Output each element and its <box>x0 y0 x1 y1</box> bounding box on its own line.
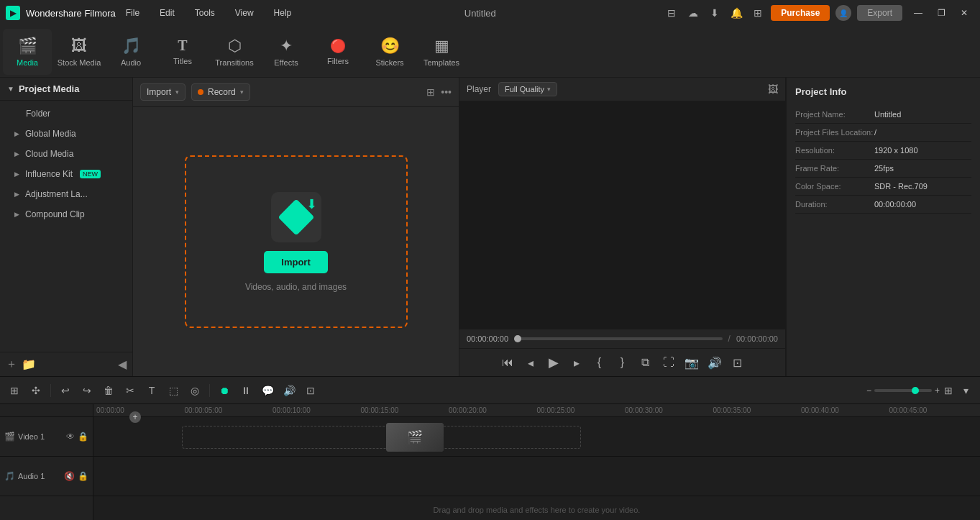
mark-out-icon[interactable]: } <box>613 353 632 372</box>
audio-detach-icon[interactable]: 🔊 <box>280 382 298 399</box>
mask-icon[interactable]: ◎ <box>186 382 203 399</box>
left-item-adjustment[interactable]: ▶ Adjustment La... <box>0 184 132 204</box>
toolbar-item-effects[interactable]: ✦ Effects <box>262 29 311 75</box>
import-button[interactable]: Import <box>264 251 327 273</box>
collapse-arrow-icon[interactable]: ▼ <box>7 85 14 93</box>
mark-in-icon[interactable]: { <box>590 353 609 372</box>
time-current: 00:00:00:00 <box>467 334 508 343</box>
toolbar-item-filters[interactable]: 🔴 Filters <box>313 29 362 75</box>
left-item-influence-kit[interactable]: ▶ Influence Kit NEW <box>0 164 132 184</box>
zoom-slider[interactable] <box>874 389 932 392</box>
volume-icon[interactable]: 🔊 <box>705 353 724 372</box>
ruler-mark-2: 00:00:10:00 <box>273 406 361 414</box>
more-icon[interactable]: ▾ <box>957 382 974 399</box>
win-maximize-button[interactable]: ❐ <box>931 6 951 20</box>
clip-split-icon[interactable]: ⧉ <box>636 353 655 372</box>
menu-edit[interactable]: Edit <box>155 5 179 21</box>
left-item-cloud-media[interactable]: ▶ Cloud Media <box>0 144 132 164</box>
toolbar-label-audio: Audio <box>121 58 141 67</box>
record-dropdown[interactable]: Record ▾ <box>191 83 250 101</box>
expand-arrow-icon: ▶ <box>14 170 19 178</box>
toolbar-item-audio[interactable]: 🎵 Audio <box>106 29 155 75</box>
window-controls: — ❐ ✕ <box>908 6 974 20</box>
purchase-button[interactable]: Purchase <box>771 5 830 21</box>
menu-view[interactable]: View <box>231 5 258 21</box>
scrubber-bar[interactable] <box>514 337 722 340</box>
info-row-name: Project Name: Untitled <box>795 106 971 124</box>
scrubber-thumb[interactable] <box>514 335 521 342</box>
info-value-resolution: 1920 x 1080 <box>874 146 918 155</box>
win-minimize-button[interactable]: — <box>908 6 928 20</box>
win-close-button[interactable]: ✕ <box>954 6 974 20</box>
toolbar-label-filters: Filters <box>327 57 349 65</box>
toolbar-item-stock-media[interactable]: 🖼 Stock Media <box>55 29 104 75</box>
toolbar-item-transitions[interactable]: ⬡ Transitions <box>210 29 259 75</box>
menu-file[interactable]: File <box>122 5 144 21</box>
video-clip[interactable]: 🎬 <box>386 423 444 452</box>
titlebar-right: ⊟ ☁ ⬇ 🔔 ⊞ Purchase 👤 Export — ❐ ✕ <box>664 5 974 21</box>
undo-icon[interactable]: ↩ <box>57 382 74 399</box>
left-item-global-media[interactable]: ▶ Global Media <box>0 124 132 144</box>
download-icon[interactable]: ⬇ <box>707 6 722 20</box>
menu-tools[interactable]: Tools <box>191 5 219 21</box>
clip-icon: 🎬 <box>407 429 423 445</box>
filter-icon[interactable]: ⊞ <box>426 86 435 98</box>
add-track-button[interactable]: + <box>129 411 141 423</box>
zoom-in-icon[interactable]: + <box>935 386 940 396</box>
titles-icon: T <box>178 37 187 54</box>
ruler-mark-4: 00:00:20:00 <box>449 406 537 414</box>
export-button[interactable]: Export <box>857 5 902 21</box>
collapse-panel-icon[interactable]: ◀ <box>118 357 127 371</box>
frame-forward-icon[interactable]: ▸ <box>567 353 586 372</box>
zoom-out-icon[interactable]: − <box>866 386 871 396</box>
video-lock-icon[interactable]: 🔒 <box>78 432 88 442</box>
media-toolbar: Import ▾ Record ▾ ⊞ ••• <box>133 78 459 107</box>
left-item-compound-clip[interactable]: ▶ Compound Clip <box>0 204 132 224</box>
frame-back-icon[interactable]: ◂ <box>521 353 540 372</box>
pip-icon[interactable]: ⊡ <box>728 353 747 372</box>
audio-mute-icon[interactable]: 🔇 <box>64 471 75 481</box>
step-back-icon[interactable]: ⏮ <box>498 353 517 372</box>
play-icon[interactable]: ▶ <box>544 353 563 372</box>
delete-icon[interactable]: 🗑 <box>100 382 117 399</box>
toolbar-item-titles[interactable]: T Titles <box>158 29 207 75</box>
toolbar-item-media[interactable]: 🎬 Media <box>3 29 52 75</box>
cloud-icon[interactable]: ☁ <box>686 6 700 20</box>
video-eye-icon[interactable]: 👁 <box>66 432 75 442</box>
import-dropdown[interactable]: Import ▾ <box>140 83 186 101</box>
apps-icon[interactable]: ⊞ <box>751 6 765 20</box>
project-media-header: ▼ Project Media <box>0 78 132 101</box>
camera-icon[interactable]: 📷 <box>682 353 701 372</box>
cut-icon[interactable]: ✂ <box>122 382 139 399</box>
toolbar-item-stickers[interactable]: 😊 Stickers <box>365 29 414 75</box>
video-track-lane: 🎬 + <box>93 417 980 457</box>
left-item-folder[interactable]: Folder <box>0 104 132 124</box>
toolbar-item-templates[interactable]: ▦ Templates <box>417 29 466 75</box>
redo-icon[interactable]: ↪ <box>78 382 96 399</box>
timeline-scene-icon[interactable]: ⊞ <box>6 382 23 399</box>
audio-lock-icon[interactable]: 🔒 <box>78 471 88 481</box>
new-folder-icon[interactable]: 📁 <box>22 357 36 371</box>
bell-icon[interactable]: 🔔 <box>729 6 743 20</box>
video-track-icon[interactable]: 🎬 <box>4 432 15 442</box>
info-value-framerate: 25fps <box>874 164 894 173</box>
screenshot-icon[interactable]: 🖼 <box>768 83 778 95</box>
merge-icon[interactable]: ⊡ <box>302 382 319 399</box>
timeline-magnet-icon[interactable]: ✣ <box>27 382 45 399</box>
quality-dropdown[interactable]: Full Quality ▾ <box>498 82 557 96</box>
info-value-colorspace: SDR - Rec.709 <box>874 182 928 191</box>
fullscreen-icon[interactable]: ⛶ <box>659 353 678 372</box>
record-btn-icon[interactable]: ⏺ <box>216 382 233 399</box>
caption-icon[interactable]: 💬 <box>259 382 276 399</box>
more-options-icon[interactable]: ••• <box>441 86 452 98</box>
avatar[interactable]: 👤 <box>835 5 851 21</box>
templates-icon: ▦ <box>434 37 449 55</box>
menu-help[interactable]: Help <box>270 5 296 21</box>
layout-icon[interactable]: ⊞ <box>944 385 953 396</box>
text-icon[interactable]: T <box>143 382 160 399</box>
crop-icon[interactable]: ⬚ <box>165 382 182 399</box>
split-icon[interactable]: ⏸ <box>237 382 255 399</box>
add-folder-icon[interactable]: ＋ <box>6 357 17 372</box>
minimize-window-icon[interactable]: ⊟ <box>664 6 679 20</box>
audio-track-icon[interactable]: 🎵 <box>4 471 15 481</box>
